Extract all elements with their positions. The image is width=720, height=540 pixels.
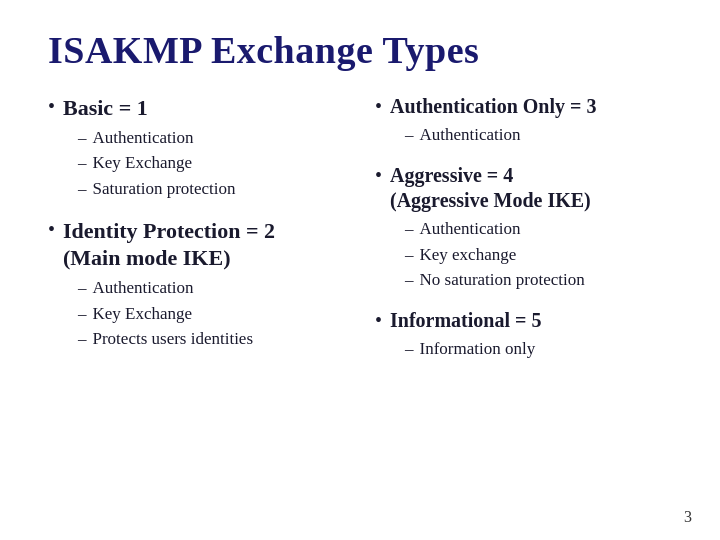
identity-sub-1: Authentication (93, 276, 194, 300)
bullet-auth-only-subitems: – Authentication (405, 123, 672, 147)
aggressive-text: Aggressive = 4 (Aggressive Mode IKE) (390, 163, 591, 213)
list-item: – No saturation protection (405, 268, 672, 292)
content-columns: • Basic = 1 – Authentication – Key Excha… (48, 94, 672, 512)
list-item: – Information only (405, 337, 672, 361)
bullet-aggressive-subitems: – Authentication – Key exchange – No sat… (405, 217, 672, 292)
bullet-identity-main: • Identity Protection = 2 (Main mode IKE… (48, 217, 345, 272)
bullet-dot-2: • (48, 217, 55, 241)
dash-icon: – (405, 268, 414, 292)
bullet-basic-subitems: – Authentication – Key Exchange – Satura… (78, 126, 345, 201)
dash-icon: – (78, 126, 87, 150)
dash-icon: – (78, 327, 87, 351)
bullet-dot-5: • (375, 308, 382, 332)
bullet-aggressive: • Aggressive = 4 (Aggressive Mode IKE) –… (375, 163, 672, 292)
informational-sub-1: Information only (420, 337, 536, 361)
list-item: – Protects users identities (78, 327, 345, 351)
slide: ISAKMP Exchange Types • Basic = 1 – Auth… (0, 0, 720, 540)
bullet-auth-only: • Authentication Only = 3 – Authenticati… (375, 94, 672, 147)
list-item: – Saturation protection (78, 177, 345, 201)
auth-only-text: Authentication Only = 3 (390, 94, 596, 119)
bullet-basic: • Basic = 1 – Authentication – Key Excha… (48, 94, 345, 201)
identity-sub-2: Key Exchange (93, 302, 193, 326)
aggressive-sub-3: No saturation protection (420, 268, 585, 292)
right-column: • Authentication Only = 3 – Authenticati… (375, 94, 672, 512)
basic-sub-1: Authentication (93, 126, 194, 150)
identity-line2: (Main mode IKE) (63, 244, 275, 272)
identity-line1: Identity Protection = 2 (63, 217, 275, 245)
informational-text: Informational = 5 (390, 308, 541, 333)
bullet-identity-text: Identity Protection = 2 (Main mode IKE) (63, 217, 275, 272)
page-number: 3 (684, 508, 692, 526)
dash-icon: – (78, 177, 87, 201)
bullet-auth-only-main: • Authentication Only = 3 (375, 94, 672, 119)
auth-only-sub-1: Authentication (420, 123, 521, 147)
identity-sub-3: Protects users identities (93, 327, 254, 351)
bullet-informational: • Informational = 5 – Information only (375, 308, 672, 361)
bullet-informational-main: • Informational = 5 (375, 308, 672, 333)
dash-icon: – (405, 217, 414, 241)
bullet-basic-text: Basic = 1 (63, 94, 148, 122)
left-column: • Basic = 1 – Authentication – Key Excha… (48, 94, 345, 512)
list-item: – Authentication (405, 123, 672, 147)
list-item: – Authentication (78, 276, 345, 300)
aggressive-line2: (Aggressive Mode IKE) (390, 188, 591, 213)
bullet-identity: • Identity Protection = 2 (Main mode IKE… (48, 217, 345, 351)
basic-sub-3: Saturation protection (93, 177, 236, 201)
dash-icon: – (78, 276, 87, 300)
list-item: – Key exchange (405, 243, 672, 267)
aggressive-sub-2: Key exchange (420, 243, 517, 267)
aggressive-line1: Aggressive = 4 (390, 163, 591, 188)
aggressive-sub-1: Authentication (420, 217, 521, 241)
bullet-dot-1: • (48, 94, 55, 118)
basic-sub-2: Key Exchange (93, 151, 193, 175)
list-item: – Authentication (405, 217, 672, 241)
list-item: – Key Exchange (78, 302, 345, 326)
dash-icon: – (78, 302, 87, 326)
slide-title: ISAKMP Exchange Types (48, 28, 672, 72)
bullet-aggressive-main: • Aggressive = 4 (Aggressive Mode IKE) (375, 163, 672, 213)
dash-icon: – (78, 151, 87, 175)
bullet-basic-main: • Basic = 1 (48, 94, 345, 122)
dash-icon: – (405, 123, 414, 147)
list-item: – Key Exchange (78, 151, 345, 175)
bullet-dot-3: • (375, 94, 382, 118)
bullet-informational-subitems: – Information only (405, 337, 672, 361)
bullet-dot-4: • (375, 163, 382, 187)
dash-icon: – (405, 337, 414, 361)
list-item: – Authentication (78, 126, 345, 150)
dash-icon: – (405, 243, 414, 267)
bullet-identity-subitems: – Authentication – Key Exchange – Protec… (78, 276, 345, 351)
